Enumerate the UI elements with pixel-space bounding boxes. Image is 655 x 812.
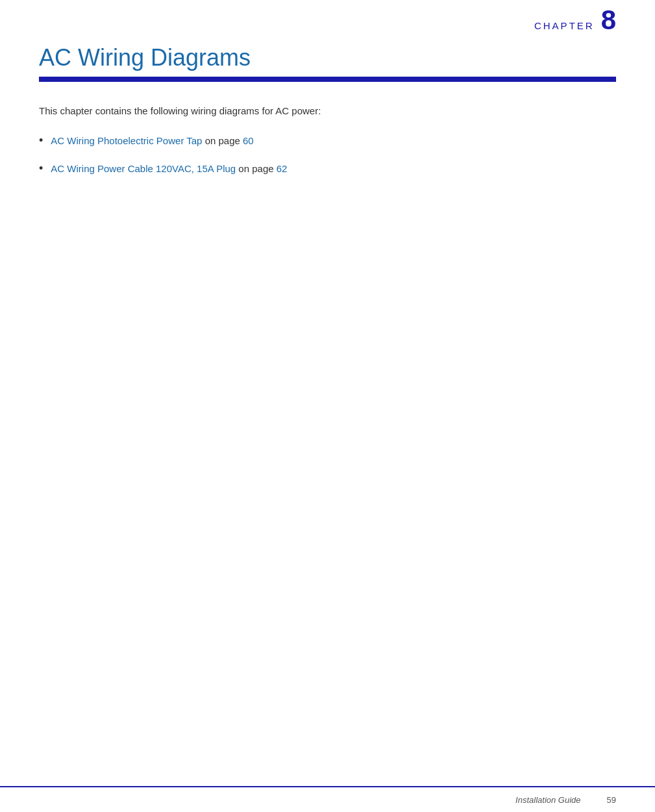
bullet-content-2: AC Wiring Power Cable 120VAC, 15A Plug o… <box>51 162 287 177</box>
content-area: This chapter contains the following wiri… <box>39 104 616 188</box>
footer-page-number: 59 <box>607 795 616 805</box>
chapter-label: Chapter <box>534 20 595 31</box>
chapter-number: 8 <box>601 6 616 34</box>
suffix-2: on page <box>236 163 277 174</box>
list-item: • AC Wiring Photoelectric Power Tap on p… <box>39 132 616 149</box>
bullet-content-1: AC Wiring Photoelectric Power Tap on pag… <box>51 134 253 149</box>
bullet-icon: • <box>39 132 43 149</box>
page-link-1[interactable]: 60 <box>243 135 254 146</box>
bullet-list: • AC Wiring Photoelectric Power Tap on p… <box>39 132 616 177</box>
suffix-1: on page <box>202 135 243 146</box>
link-power-cable[interactable]: AC Wiring Power Cable 120VAC, 15A Plug <box>51 163 236 174</box>
title-underline <box>39 77 616 82</box>
page-title: AC Wiring Diagrams <box>39 44 616 71</box>
intro-text: This chapter contains the following wiri… <box>39 104 616 119</box>
footer-guide-text: Installation Guide <box>515 795 580 805</box>
chapter-header: Chapter 8 <box>0 6 616 34</box>
page-link-2[interactable]: 62 <box>277 163 288 174</box>
header-area: Chapter 8 <box>0 0 655 34</box>
link-photoelectric[interactable]: AC Wiring Photoelectric Power Tap <box>51 135 202 146</box>
list-item: • AC Wiring Power Cable 120VAC, 15A Plug… <box>39 160 616 177</box>
title-section: AC Wiring Diagrams <box>39 44 616 82</box>
footer-area: Installation Guide 59 <box>0 786 655 812</box>
bullet-icon: • <box>39 160 43 177</box>
page-container: Chapter 8 AC Wiring Diagrams This chapte… <box>0 0 655 812</box>
